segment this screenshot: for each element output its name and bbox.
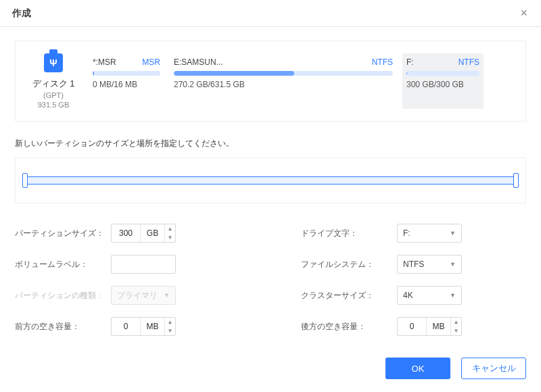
cluster-size-select[interactable]: 4K ▼: [397, 286, 462, 305]
slider-handle-left[interactable]: [22, 173, 28, 188]
partition-usage-bar: [174, 71, 393, 76]
field-partition-size: パーティションサイズ： 300 GB ▲▼: [15, 224, 240, 243]
partition-fs: NTFS: [458, 57, 479, 67]
title-bar: 作成 ×: [0, 0, 541, 27]
cluster-size-label: クラスターサイズ：: [301, 290, 387, 301]
partition-1[interactable]: E:SAMSUN...NTFS270.2 GB/631.5 GB: [170, 53, 397, 109]
space-after-value: 0: [398, 318, 426, 335]
window-title: 作成: [12, 7, 31, 20]
size-slider-box: [15, 157, 526, 203]
file-system-value: NTFS: [403, 260, 424, 269]
disk-header: Ψ ディスク 1 (GPT) 931.5 GB: [24, 53, 83, 109]
chevron-down-icon: ▼: [450, 261, 456, 268]
usb-disk-icon: Ψ: [44, 53, 63, 72]
space-before-stepper[interactable]: 0 MB ▲▼: [111, 317, 176, 336]
chevron-down-icon: ▼: [450, 230, 456, 237]
space-after-unit: MB: [426, 318, 450, 335]
field-space-after: 後方の空き容量： 0 MB ▲▼: [301, 317, 526, 336]
partition-size-label: パーティションサイズ：: [15, 228, 101, 239]
partition-type-value: プライマリ: [117, 290, 158, 301]
dialog-footer: OK キャンセル: [15, 358, 526, 379]
cancel-label: キャンセル: [472, 362, 516, 374]
field-partition-type: パーティションの種類： プライマリ ▼: [15, 286, 240, 305]
chevron-down-icon[interactable]: ▼: [165, 233, 175, 242]
drive-letter-label: ドライブ文字：: [301, 228, 387, 239]
chevron-up-icon[interactable]: ▲: [165, 224, 175, 233]
partition-size-unit: GB: [140, 224, 164, 242]
chevron-down-icon: ▼: [164, 292, 170, 299]
file-system-label: ファイルシステム：: [301, 259, 387, 270]
ok-label: OK: [412, 364, 425, 374]
partition-name: F:: [406, 57, 414, 67]
cluster-size-value: 4K: [403, 291, 413, 300]
chevron-up-icon[interactable]: ▲: [451, 318, 461, 326]
field-drive-letter: ドライブ文字： F: ▼: [301, 224, 526, 243]
drive-letter-value: F:: [403, 228, 410, 238]
partition-name: *:MSR: [93, 57, 116, 67]
space-after-label: 後方の空き容量：: [301, 321, 387, 333]
field-volume-label: ボリュームラベル：: [15, 255, 240, 274]
partition-usage: 0 MB/16 MB: [93, 80, 160, 89]
space-after-stepper[interactable]: 0 MB ▲▼: [397, 317, 462, 336]
slider-handle-right[interactable]: [513, 173, 519, 188]
file-system-select[interactable]: NTFS ▼: [397, 255, 462, 274]
ok-button[interactable]: OK: [385, 358, 450, 379]
field-file-system: ファイルシステム： NTFS ▼: [301, 255, 526, 274]
field-cluster-size: クラスターサイズ： 4K ▼: [301, 286, 526, 305]
space-before-value: 0: [112, 318, 140, 335]
partition-type-select: プライマリ ▼: [111, 286, 176, 305]
partition-0[interactable]: *:MSRMSR0 MB/16 MB: [89, 53, 164, 109]
partition-name: E:SAMSUN...: [174, 57, 223, 67]
partition-usage: 270.2 GB/631.5 GB: [174, 80, 393, 89]
field-space-before: 前方の空き容量： 0 MB ▲▼: [15, 317, 240, 336]
volume-label-input[interactable]: [111, 255, 176, 274]
close-icon[interactable]: ×: [516, 3, 532, 23]
chevron-down-icon[interactable]: ▼: [451, 326, 461, 335]
space-before-label: 前方の空き容量：: [15, 321, 101, 333]
form-grid: パーティションサイズ： 300 GB ▲▼ ドライブ文字： F: ▼ ボリューム…: [15, 224, 526, 336]
partition-list: *:MSRMSR0 MB/16 MBE:SAMSUN...NTFS270.2 G…: [89, 53, 517, 109]
size-slider[interactable]: [25, 173, 516, 188]
drive-letter-select[interactable]: F: ▼: [397, 224, 462, 243]
partition-usage-bar: [93, 71, 160, 76]
partition-size-value: 300: [112, 224, 140, 242]
chevron-down-icon: ▼: [450, 292, 456, 299]
disk-capacity: 931.5 GB: [38, 101, 69, 109]
volume-label-label: ボリュームラベル：: [15, 259, 101, 270]
chevron-up-icon[interactable]: ▲: [165, 318, 175, 326]
disk-name: ディスク 1: [32, 78, 75, 90]
disk-scheme: (GPT): [43, 91, 64, 99]
partition-2[interactable]: F:NTFS300 GB/300 GB: [402, 53, 484, 109]
space-before-unit: MB: [140, 318, 164, 335]
partition-type-label: パーティションの種類：: [15, 290, 101, 301]
partition-size-stepper[interactable]: 300 GB ▲▼: [111, 224, 176, 243]
instruction-text: 新しいパーティションのサイズと場所を指定してください。: [15, 138, 526, 149]
partition-fs: MSR: [142, 57, 160, 67]
partition-fs: NTFS: [372, 57, 393, 67]
chevron-down-icon[interactable]: ▼: [165, 326, 175, 335]
disk-map: Ψ ディスク 1 (GPT) 931.5 GB *:MSRMSR0 MB/16 …: [15, 41, 526, 122]
partition-usage-bar: [406, 71, 479, 76]
cancel-button[interactable]: キャンセル: [461, 358, 526, 379]
partition-usage: 300 GB/300 GB: [406, 80, 479, 89]
